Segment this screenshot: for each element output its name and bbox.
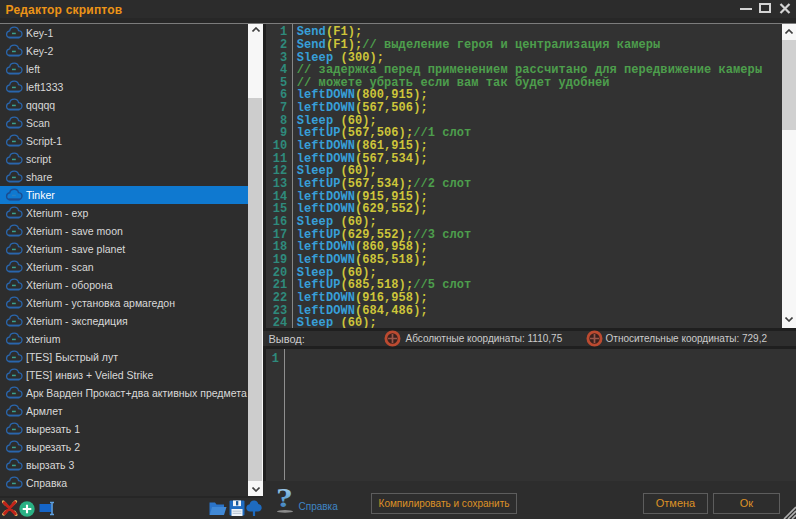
svg-text:?: ? <box>276 486 293 513</box>
